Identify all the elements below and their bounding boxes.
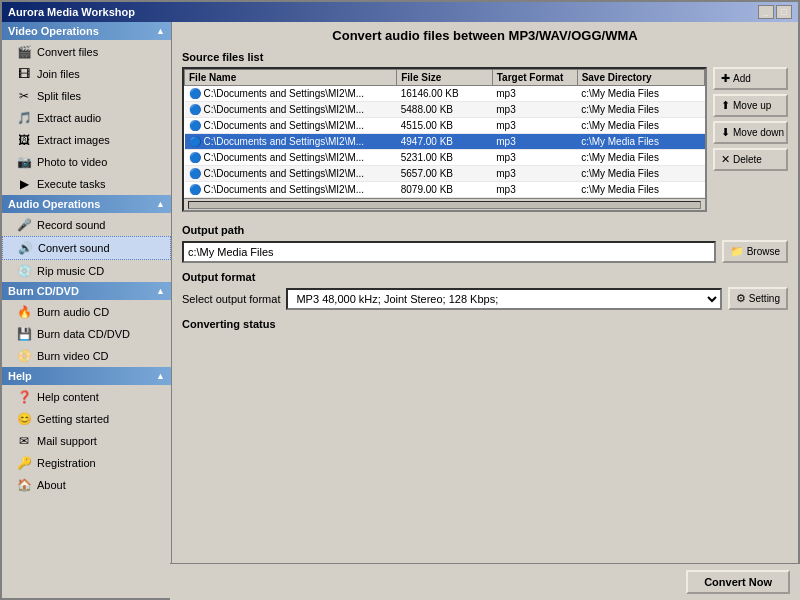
delete-button[interactable]: ✕ Delete: [713, 148, 788, 171]
file-list-panel: File NameFile SizeTarget FormatSave Dire…: [182, 67, 707, 212]
sidebar-section-audio[interactable]: Audio Operations▲: [2, 195, 171, 213]
sidebar-item-extract-images[interactable]: 🖼Extract images: [2, 129, 171, 151]
file-icon: 🔵: [189, 120, 201, 131]
browse-icon: 📁: [730, 245, 744, 258]
sidebar-item-registration[interactable]: 🔑Registration: [2, 452, 171, 474]
sidebar-item-label: Registration: [37, 457, 96, 469]
sidebar-item-label: Help content: [37, 391, 99, 403]
output-format-label: Output format: [182, 271, 788, 283]
file-icon: 🔵: [189, 104, 201, 115]
horizontal-scrollbar[interactable]: [184, 198, 705, 210]
sidebar-item-label: Extract audio: [37, 112, 101, 124]
file-icon: 🔵: [189, 88, 201, 99]
bottom-bar: Convert Now: [170, 563, 800, 600]
burn-data-cd-icon: 💾: [16, 326, 32, 342]
file-icon: 🔵: [189, 152, 201, 163]
move-up-button[interactable]: ⬆ Move up: [713, 94, 788, 117]
column-save-directory[interactable]: Save Directory: [577, 70, 704, 86]
sidebar-item-label: Execute tasks: [37, 178, 105, 190]
sidebar-item-extract-audio[interactable]: 🎵Extract audio: [2, 107, 171, 129]
page-title: Convert audio files between MP3/WAV/OGG/…: [182, 28, 788, 43]
help-content-icon: ❓: [16, 389, 32, 405]
sidebar-item-label: Record sound: [37, 219, 106, 231]
file-list-buttons: ✚ Add ⬆ Move up ⬇ Move down ✕ Delete: [713, 67, 788, 218]
move-up-icon: ⬆: [721, 99, 730, 112]
burn-video-cd-icon: 📀: [16, 348, 32, 364]
add-button[interactable]: ✚ Add: [713, 67, 788, 90]
format-select[interactable]: MP3 48,000 kHz; Joint Stereo; 128 Kbps;: [286, 288, 721, 310]
sidebar-item-label: Rip music CD: [37, 265, 104, 277]
getting-started-icon: 😊: [16, 411, 32, 427]
minimize-button[interactable]: _: [758, 5, 774, 19]
table-row[interactable]: 🔵C:\Documents and Settings\MI2\M...5488.…: [185, 102, 705, 118]
table-row[interactable]: 🔵C:\Documents and Settings\MI2\M...4515.…: [185, 118, 705, 134]
setting-button[interactable]: ⚙ Setting: [728, 287, 788, 310]
sidebar-item-label: Convert files: [37, 46, 98, 58]
add-icon: ✚: [721, 72, 730, 85]
sidebar-item-about[interactable]: 🏠About: [2, 474, 171, 496]
output-path-label: Output path: [182, 224, 788, 236]
extract-images-icon: 🖼: [16, 132, 32, 148]
sidebar-item-label: Burn audio CD: [37, 306, 109, 318]
table-row[interactable]: 🔵C:\Documents and Settings\MI2\M...5231.…: [185, 150, 705, 166]
table-row[interactable]: 🔵C:\Documents and Settings\MI2\M...5657.…: [185, 166, 705, 182]
sidebar-item-label: Split files: [37, 90, 81, 102]
registration-icon: 🔑: [16, 455, 32, 471]
setting-icon: ⚙: [736, 292, 746, 305]
file-icon: 🔵: [189, 184, 201, 195]
sidebar-item-join-files[interactable]: 🎞Join files: [2, 63, 171, 85]
output-format-section: Output format Select output format MP3 4…: [182, 271, 788, 310]
split-files-icon: ✂: [16, 88, 32, 104]
output-path-input[interactable]: [182, 241, 716, 263]
select-format-label: Select output format: [182, 293, 280, 305]
window-controls: _ □: [758, 5, 792, 19]
main-container: Video Operations▲🎬Convert files🎞Join fil…: [2, 22, 798, 600]
sidebar: Video Operations▲🎬Convert files🎞Join fil…: [2, 22, 172, 600]
move-down-button[interactable]: ⬇ Move down: [713, 121, 788, 144]
sidebar-item-label: Mail support: [37, 435, 97, 447]
sidebar-item-mail-support[interactable]: ✉Mail support: [2, 430, 171, 452]
sidebar-item-record-sound[interactable]: 🎤Record sound: [2, 214, 171, 236]
sidebar-item-execute-tasks[interactable]: ▶Execute tasks: [2, 173, 171, 195]
sidebar-item-photo-to-video[interactable]: 📷Photo to video: [2, 151, 171, 173]
sidebar-section-burn[interactable]: Burn CD/DVD▲: [2, 282, 171, 300]
file-list-left: File NameFile SizeTarget FormatSave Dire…: [182, 67, 707, 218]
sidebar-item-burn-audio-cd[interactable]: 🔥Burn audio CD: [2, 301, 171, 323]
sidebar-section-video[interactable]: Video Operations▲: [2, 22, 171, 40]
output-path-section: Output path 📁 Browse: [182, 224, 788, 263]
sidebar-item-rip-music-cd[interactable]: 💿Rip music CD: [2, 260, 171, 282]
burn-audio-cd-icon: 🔥: [16, 304, 32, 320]
converting-status-label: Converting status: [182, 318, 788, 330]
sidebar-item-burn-video-cd[interactable]: 📀Burn video CD: [2, 345, 171, 367]
rip-music-cd-icon: 💿: [16, 263, 32, 279]
sidebar-item-burn-data-cd[interactable]: 💾Burn data CD/DVD: [2, 323, 171, 345]
column-target-format[interactable]: Target Format: [492, 70, 577, 86]
record-sound-icon: 🎤: [16, 217, 32, 233]
sidebar-item-split-files[interactable]: ✂Split files: [2, 85, 171, 107]
file-list-scroll[interactable]: File NameFile SizeTarget FormatSave Dire…: [184, 69, 705, 198]
hscroll-track: [188, 201, 701, 209]
sidebar-item-help-content[interactable]: ❓Help content: [2, 386, 171, 408]
table-row[interactable]: 🔵C:\Documents and Settings\MI2\M...8079.…: [185, 182, 705, 198]
sidebar-item-convert-sound[interactable]: 🔊Convert sound: [2, 236, 171, 260]
sidebar-section-help[interactable]: Help▲: [2, 367, 171, 385]
column-file-size[interactable]: File Size: [397, 70, 493, 86]
file-icon: 🔵: [189, 136, 201, 147]
sidebar-item-getting-started[interactable]: 😊Getting started: [2, 408, 171, 430]
mail-support-icon: ✉: [16, 433, 32, 449]
table-row[interactable]: 🔵C:\Documents and Settings\MI2\M...16146…: [185, 86, 705, 102]
convert-now-button[interactable]: Convert Now: [686, 570, 790, 594]
content-area: Convert audio files between MP3/WAV/OGG/…: [172, 22, 798, 600]
source-files-label: Source files list: [182, 51, 788, 63]
browse-button[interactable]: 📁 Browse: [722, 240, 788, 263]
converting-status-section: Converting status: [182, 318, 788, 330]
sidebar-item-label: Join files: [37, 68, 80, 80]
table-row[interactable]: 🔵C:\Documents and Settings\MI2\M...4947.…: [185, 134, 705, 150]
sidebar-item-convert-files[interactable]: 🎬Convert files: [2, 41, 171, 63]
title-bar: Aurora Media Workshop _ □: [2, 2, 798, 22]
format-row: Select output format MP3 48,000 kHz; Joi…: [182, 287, 788, 310]
maximize-button[interactable]: □: [776, 5, 792, 19]
column-file-name[interactable]: File Name: [185, 70, 397, 86]
about-icon: 🏠: [16, 477, 32, 493]
sidebar-item-label: Getting started: [37, 413, 109, 425]
